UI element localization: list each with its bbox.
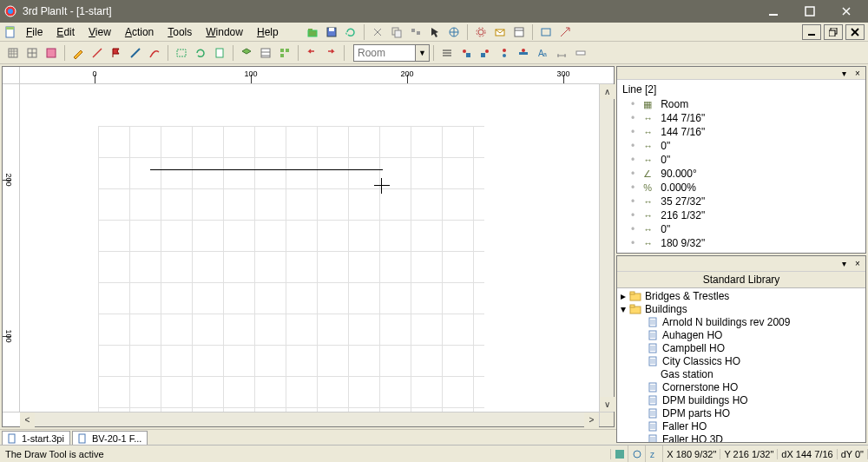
chevron-down-icon[interactable]: ▼ — [415, 45, 429, 61]
property-row[interactable]: ↔35 27/32" — [622, 195, 860, 208]
status-z-icon[interactable]: z — [646, 446, 663, 462]
panel-close-icon[interactable]: × — [852, 69, 864, 78]
menu-tools[interactable]: Tools — [161, 23, 199, 41]
tb2-refresh-icon[interactable] — [191, 44, 210, 62]
ruler-vertical[interactable]: 200 100 — [3, 84, 20, 412]
tb2-mark3-icon[interactable] — [495, 44, 514, 62]
tb2-select-icon[interactable] — [172, 44, 191, 62]
tb2-grid3-icon[interactable] — [42, 44, 61, 62]
layer-combo[interactable]: ▼ — [353, 44, 430, 62]
property-row[interactable]: ↔180 9/32" — [622, 236, 860, 250]
property-row[interactable]: ↔0" — [622, 139, 860, 153]
property-row[interactable]: ↔144 7/16" — [622, 125, 860, 139]
tb2-table-icon[interactable] — [256, 44, 275, 62]
tree-item[interactable]: City Classics HO — [621, 355, 862, 368]
tb2-redo-icon[interactable] — [321, 44, 340, 62]
tb2-layer-icon[interactable] — [237, 44, 256, 62]
layer-combo-input[interactable] — [354, 47, 415, 59]
tree-item[interactable]: Arnold N buildings rev 2009 — [621, 316, 862, 329]
maximize-button[interactable] — [792, 2, 828, 21]
mdi-restore-button[interactable] — [824, 24, 843, 40]
tb-gear-icon[interactable] — [471, 23, 490, 41]
property-row[interactable]: ↔144 7/16" — [622, 111, 860, 125]
close-button[interactable] — [828, 2, 865, 21]
tb2-mark1-icon[interactable] — [457, 44, 476, 62]
tb2-curve-icon[interactable] — [145, 44, 164, 62]
tree-folder[interactable]: ▾ Buildings — [621, 303, 862, 316]
property-row[interactable]: ↔0" — [622, 153, 860, 167]
property-row[interactable]: ∠90.000° — [622, 167, 860, 181]
vertical-scrollbar[interactable]: ∧ ∨ — [599, 84, 614, 412]
tb-pan-icon[interactable] — [536, 23, 556, 41]
tb2-ruler-icon[interactable] — [571, 44, 590, 62]
file-tab[interactable]: BV-20-1 F... — [72, 431, 148, 445]
scroll-up-icon[interactable]: ∧ — [600, 84, 615, 99]
tb-group-icon[interactable] — [406, 23, 425, 41]
tb2-undo-icon[interactable] — [302, 44, 321, 62]
property-row[interactable]: ↔216 1/32" — [622, 208, 860, 222]
tb2-grid2-icon[interactable] — [23, 44, 42, 62]
tb-copy-icon[interactable] — [387, 23, 406, 41]
tb2-align-icon[interactable] — [437, 44, 457, 62]
tb2-line-icon[interactable] — [88, 44, 107, 62]
panel-close-icon[interactable]: × — [852, 259, 864, 268]
library-tree[interactable]: ▸ Bridges & Trestles▾ Buildings Arnold N… — [617, 288, 865, 442]
tb-cycle-icon[interactable] — [341, 23, 360, 41]
file-tab[interactable]: 1-start.3pi — [2, 431, 70, 445]
tree-label: DPM buildings HO — [662, 394, 748, 406]
tb2-grid1-icon[interactable] — [3, 44, 23, 62]
pin-icon[interactable]: ▾ — [838, 69, 850, 78]
tree-label: Arnold N buildings rev 2009 — [662, 316, 790, 328]
tb2-aa-icon[interactable]: Aa — [533, 44, 552, 62]
tb-pointer-icon[interactable] — [425, 23, 444, 41]
tb-window-icon[interactable] — [510, 23, 529, 41]
tb2-pencil-icon[interactable] — [69, 44, 88, 62]
tb-globe-icon[interactable] — [444, 23, 464, 41]
tb2-list-icon[interactable] — [275, 44, 294, 62]
status-icon[interactable] — [611, 446, 628, 462]
tree-subitem[interactable]: Gas station — [621, 368, 862, 381]
tb-open-icon[interactable] — [303, 23, 322, 41]
menu-edit[interactable]: Edit — [49, 23, 82, 41]
tb-arrowout-icon[interactable] — [556, 23, 575, 41]
tb2-dim-icon[interactable] — [552, 44, 571, 62]
tb-cut-icon[interactable] — [368, 23, 387, 41]
tree-item[interactable]: Faller HO 3D — [621, 433, 862, 442]
menu-view[interactable]: View — [82, 23, 118, 41]
property-row[interactable]: ▦Room — [622, 97, 860, 111]
tb2-mark4-icon[interactable] — [514, 44, 533, 62]
tree-item[interactable]: Auhagen HO — [621, 329, 862, 342]
tb2-doc-icon[interactable] — [210, 44, 229, 62]
tree-item[interactable]: DPM parts HO — [621, 407, 862, 420]
drawn-line[interactable] — [150, 169, 383, 170]
menu-file[interactable]: File — [19, 23, 49, 41]
horizontal-scrollbar[interactable]: < > — [20, 412, 599, 426]
menu-window[interactable]: Window — [199, 23, 250, 41]
minimize-button[interactable] — [755, 2, 792, 21]
ruler-horizontal[interactable]: 0 100 200 300 — [20, 67, 599, 84]
scroll-down-icon[interactable]: ∨ — [600, 397, 615, 412]
tree-item[interactable]: DPM buildings HO — [621, 394, 862, 407]
tb2-flag-icon[interactable] — [107, 44, 126, 62]
menu-action[interactable]: Action — [118, 23, 161, 41]
scroll-left-icon[interactable]: < — [20, 412, 35, 427]
tb2-mark2-icon[interactable] — [476, 44, 495, 62]
tree-item[interactable]: Cornerstone HO — [621, 381, 862, 394]
document-icon[interactable] — [2, 23, 19, 41]
tree-folder[interactable]: ▸ Bridges & Trestles — [621, 290, 862, 303]
property-row[interactable]: %0.000% — [622, 181, 860, 195]
tb2-track-icon[interactable] — [126, 44, 145, 62]
tb-save-icon[interactable] — [322, 23, 341, 41]
property-row[interactable]: ↔216 1/32" — [622, 250, 860, 253]
scroll-right-icon[interactable]: > — [584, 412, 599, 427]
tree-item[interactable]: Campbell HO — [621, 342, 862, 355]
mdi-minimize-button[interactable] — [802, 24, 821, 40]
mdi-close-button[interactable] — [845, 24, 865, 40]
tree-item[interactable]: Faller HO — [621, 420, 862, 433]
status-icon[interactable] — [628, 446, 646, 462]
property-row[interactable]: ↔0" — [622, 222, 860, 236]
drawing-canvas[interactable] — [20, 84, 599, 412]
tb-mail-icon[interactable] — [490, 23, 510, 41]
menu-help[interactable]: Help — [250, 23, 286, 41]
pin-icon[interactable]: ▾ — [838, 259, 850, 268]
